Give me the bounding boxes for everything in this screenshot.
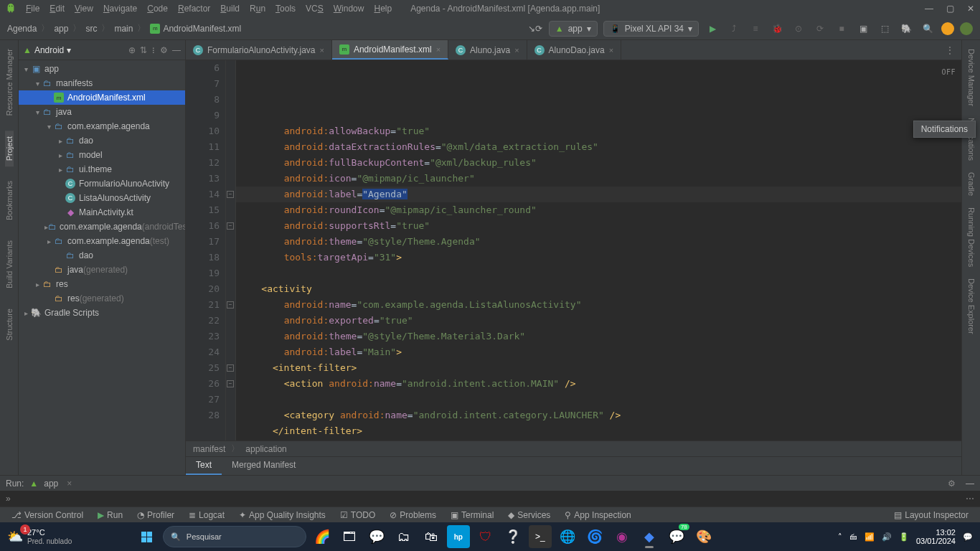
tool-version-control[interactable]: ⎇Version Control xyxy=(6,510,89,520)
search-icon[interactable]: 🔍 xyxy=(920,21,936,37)
sync-gradle-icon[interactable]: 🐘 xyxy=(898,21,914,37)
tool-logcat[interactable]: ≣Logcat xyxy=(183,510,230,520)
tray-notifications[interactable]: 💬 xyxy=(963,532,973,542)
close-icon[interactable]: × xyxy=(609,46,613,55)
account-icon[interactable] xyxy=(960,22,973,35)
task-hp[interactable]: hp xyxy=(447,525,470,548)
task-explorer[interactable]: 🗔 xyxy=(338,525,361,548)
crumb-main[interactable]: main xyxy=(114,24,133,34)
tool-aqi[interactable]: ✦App Quality Insights xyxy=(233,510,331,520)
gear-icon[interactable]: ⚙ xyxy=(160,45,168,55)
task-fileexplorer[interactable]: 🗂 xyxy=(392,525,415,548)
task-whatsapp[interactable]: 💬78 xyxy=(665,525,688,548)
tree-pkg-test[interactable]: ▸🗀com.example.agenda (test) xyxy=(19,234,185,248)
crumb-app[interactable]: app xyxy=(54,24,68,34)
stop-button[interactable]: ■ xyxy=(834,21,849,37)
expand-icon[interactable]: » xyxy=(6,494,11,504)
tree-java[interactable]: ▾🗀java xyxy=(19,105,185,119)
menu-refactor[interactable]: Refactor xyxy=(174,2,215,15)
tree-mainact[interactable]: ◆MainActivity.kt xyxy=(19,205,185,220)
task-edge[interactable]: 🌀 xyxy=(583,525,606,548)
start-button[interactable] xyxy=(136,525,159,548)
crumb-file[interactable]: mAndroidManifest.xml xyxy=(150,24,241,34)
debug-attach-icon[interactable]: ⤴ xyxy=(726,21,742,37)
menu-view[interactable]: View xyxy=(70,2,98,15)
toolwindow-device-manager[interactable]: Device Manager xyxy=(967,43,976,112)
tree-manifest-file[interactable]: mAndroidManifest.xml xyxy=(19,90,185,105)
avd-icon[interactable]: ▣ xyxy=(855,21,871,37)
toolwindow-resource-manager[interactable]: Resource Manager xyxy=(5,43,14,122)
hide-button[interactable]: — xyxy=(172,45,181,55)
tree-uitheme[interactable]: ▸🗀ui.theme xyxy=(19,162,185,176)
task-terminal[interactable]: >_ xyxy=(529,525,552,548)
tray-battery[interactable]: 🔋 xyxy=(899,532,909,542)
tree-model[interactable]: ▸🗀model xyxy=(19,148,185,162)
hide-button[interactable]: — xyxy=(966,479,974,489)
task-store[interactable]: 🛍 xyxy=(420,525,443,548)
crumb-src[interactable]: src xyxy=(85,24,97,34)
menu-vcs[interactable]: VCS xyxy=(301,2,328,15)
menu-file[interactable]: File xyxy=(22,2,44,15)
tray-clock[interactable]: 13:02 03/01/2024 xyxy=(916,528,956,545)
project-tree[interactable]: ▾▣app ▾🗀manifests mAndroidManifest.xml ▾… xyxy=(19,60,185,475)
menu-tools[interactable]: Tools xyxy=(271,2,300,15)
tree-gradle[interactable]: ▸🐘Gradle Scripts xyxy=(19,306,185,320)
task-help[interactable]: ❔ xyxy=(501,525,524,548)
crumb-application[interactable]: application xyxy=(245,444,286,454)
tree-dao[interactable]: ▸🗀dao xyxy=(19,133,185,148)
toolwindow-running-devices[interactable]: Running Devices xyxy=(967,202,976,273)
tray-chevron[interactable]: ˄ xyxy=(838,532,842,542)
subtab-merged[interactable]: Merged Manifest xyxy=(222,457,306,475)
sdk-icon[interactable]: ⬚ xyxy=(877,21,892,37)
close-icon[interactable]: × xyxy=(436,45,440,54)
task-paint[interactable]: 🎨 xyxy=(692,525,715,548)
target-icon[interactable]: ⊕ xyxy=(128,45,136,55)
task-androidstudio[interactable]: ◆ xyxy=(638,525,661,548)
tree-res[interactable]: ▸🗀res xyxy=(19,277,185,291)
minimize-button[interactable]: — xyxy=(925,4,933,14)
taskbar-search[interactable]: 🔍Pesquisar xyxy=(163,526,306,547)
debug-icon[interactable]: 🐞 xyxy=(769,21,785,37)
fold-gutter[interactable]: −−−−− xyxy=(226,60,236,441)
tree-pkg[interactable]: ▾🗀com.example.agenda xyxy=(19,119,185,133)
tree-java-gen[interactable]: 🗀java (generated) xyxy=(19,263,185,277)
toolwindow-device-explorer[interactable]: Device Explorer xyxy=(967,273,976,340)
tabs-menu[interactable]: ⋮ xyxy=(938,40,961,60)
task-mcafee[interactable]: 🛡 xyxy=(474,525,497,548)
tree-manifests[interactable]: ▾🗀manifests xyxy=(19,76,185,90)
tray-lang[interactable]: 🖮 xyxy=(849,532,857,541)
tool-terminal[interactable]: ▣Terminal xyxy=(445,510,499,520)
close-icon[interactable]: × xyxy=(67,479,72,489)
tree-dao2[interactable]: 🗀dao xyxy=(19,248,185,263)
close-icon[interactable]: × xyxy=(514,46,519,55)
run-toolwindow-body[interactable]: » ⋯ xyxy=(0,491,980,507)
subtab-text[interactable]: Text xyxy=(186,457,222,475)
task-widgets[interactable]: 🌈 xyxy=(311,525,334,548)
close-icon[interactable]: × xyxy=(320,46,324,55)
menu-edit[interactable]: Edit xyxy=(45,2,69,15)
tool-app-inspection[interactable]: ⚲App Inspection xyxy=(559,510,636,520)
menu-build[interactable]: Build xyxy=(216,2,244,15)
device-select[interactable]: 📱 Pixel XL API 34 ▾ xyxy=(603,21,699,37)
tree-pkg-android[interactable]: ▸🗀com.example.agenda (androidTest) xyxy=(19,220,185,234)
task-opera[interactable]: ◉ xyxy=(611,525,633,548)
more-icon[interactable]: ⋯ xyxy=(966,494,974,504)
tray-wifi[interactable]: 📶 xyxy=(864,532,875,542)
tree-res-gen[interactable]: 🗀res (generated) xyxy=(19,291,185,306)
toolwindow-gradle[interactable]: Gradle xyxy=(967,166,976,202)
profile-icon[interactable]: ⊙ xyxy=(791,21,806,37)
toolwindow-project[interactable]: Project xyxy=(5,131,14,166)
maximize-button[interactable]: ▢ xyxy=(946,4,954,14)
crumb-project[interactable]: Agenda xyxy=(7,24,37,34)
sort-icon[interactable]: ⇅ xyxy=(140,45,147,55)
tree-formulario[interactable]: CFormularioAlunoActivity xyxy=(19,176,185,191)
crumb-manifest[interactable]: manifest xyxy=(193,444,225,454)
attach-icon[interactable]: ⟳ xyxy=(812,21,828,37)
project-view-select[interactable]: ▲ Android ▾ xyxy=(23,45,71,55)
menu-window[interactable]: Window xyxy=(329,2,369,15)
run-button[interactable]: ▶ xyxy=(705,21,720,37)
menu-navigate[interactable]: Navigate xyxy=(99,2,141,15)
editor-body[interactable]: 6789101112131415161718192021222324252627… xyxy=(186,60,961,441)
tool-todo[interactable]: ☑TODO xyxy=(334,510,381,520)
tool-layout-inspector[interactable]: ▤Layout Inspector xyxy=(888,510,974,520)
